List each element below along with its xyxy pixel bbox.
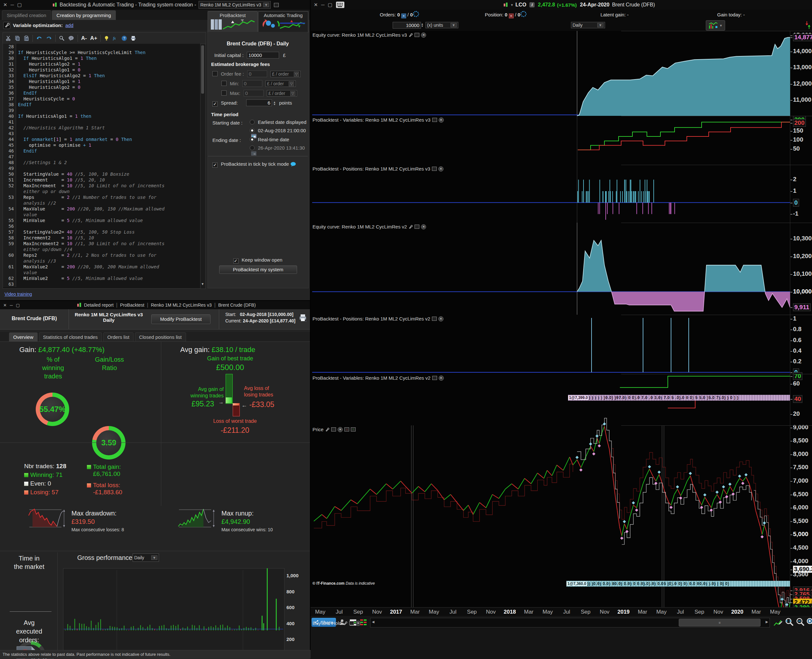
copy-icon[interactable] [14, 35, 20, 41]
panel-window-icon[interactable] [432, 167, 437, 171]
tab-closed-positions-list[interactable]: Closed positions list [135, 333, 186, 341]
panel-close-icon[interactable]: ✕ [438, 316, 443, 322]
tab-statistics-closed-trades[interactable]: Statistics of closed trades [39, 333, 102, 341]
spread-spinner[interactable]: ▲▼ [273, 101, 276, 106]
panel-close-icon[interactable]: ✕ [439, 117, 444, 123]
info-icon[interactable]: i [530, 2, 535, 7]
max-fee-unit-select[interactable]: £ / order▽ [267, 90, 297, 96]
zoom-in-icon[interactable] [806, 617, 812, 627]
close-position-icon[interactable]: ✕ [509, 14, 514, 18]
video-training-link[interactable]: Video training [5, 292, 32, 297]
symbol-dropdown-arrow[interactable]: ▼ [511, 3, 514, 7]
help-icon[interactable]: ? [121, 35, 127, 41]
zoom-reset-icon[interactable] [784, 617, 794, 627]
report-print-icon[interactable] [299, 314, 307, 322]
position-settings-icon[interactable] [520, 11, 527, 17]
editor-scrollbar[interactable]: ▼ [200, 44, 206, 289]
panel-window-icon[interactable] [415, 225, 419, 229]
units-spinner[interactable]: ▲▼ [421, 23, 424, 27]
horizontal-scrollbar[interactable]: ◄ ≡ ► [370, 618, 770, 627]
order-fee-input[interactable]: 0 [247, 71, 267, 77]
cut-icon[interactable] [5, 35, 11, 41]
tab-creation-by-programming[interactable]: Creation by programming [52, 10, 116, 20]
panel-divider[interactable] [621, 374, 812, 374]
earliest-date-radio[interactable] [250, 120, 255, 125]
lightbulb-icon[interactable] [104, 35, 109, 41]
end-date-radio[interactable] [250, 145, 255, 150]
tick-mode-checkbox[interactable]: ✓ [213, 162, 218, 168]
redo-icon[interactable] [46, 35, 52, 41]
scroll-right-arrow[interactable]: ► [765, 620, 769, 624]
modify-probacktest-button[interactable]: Modify ProBacktest [151, 314, 210, 324]
system-selector[interactable]: Renko 1M ML2 CycLimRes v3▼ [199, 1, 271, 9]
timeframe-select[interactable]: Daily▼ [571, 22, 605, 28]
panel-divider[interactable] [621, 165, 812, 165]
scroll-left-arrow[interactable]: ◄ [371, 620, 375, 624]
wrench-icon[interactable] [343, 621, 348, 626]
paste-icon[interactable] [24, 35, 29, 41]
realtime-date-radio[interactable] [250, 137, 255, 142]
time-axis[interactable]: MayJulSepNov2017MarMayJulSepNov2018MarMa… [311, 607, 812, 616]
print-icon[interactable] [130, 36, 136, 41]
wrench-icon[interactable] [408, 225, 413, 229]
min-fee-input[interactable]: 0 [242, 80, 262, 87]
min-fee-unit-select[interactable]: £ / order▽ [265, 80, 296, 87]
tab-overview[interactable]: Overview [9, 333, 38, 341]
sell-arrow-icon[interactable]: ↓ [344, 427, 349, 432]
min-fee-checkbox[interactable] [221, 81, 227, 86]
panel-window-icon[interactable] [432, 118, 437, 122]
keep-window-checkbox[interactable]: ✓ [233, 259, 238, 263]
panel-window-icon[interactable] [432, 376, 437, 380]
updown-arrows-icon[interactable] [806, 20, 811, 30]
panel-close-icon[interactable]: ✕ [337, 427, 343, 432]
speech-bubble-icon[interactable] [290, 162, 296, 167]
function-icon[interactable]: fx [112, 35, 118, 41]
detach-icon[interactable] [274, 3, 279, 7]
panel-close-icon[interactable]: ✕ [438, 166, 443, 172]
wrench-icon[interactable] [325, 427, 330, 432]
panel-close-icon[interactable]: ✕ [439, 375, 444, 381]
gross-performance-period-select[interactable]: Daily▼ [132, 553, 159, 562]
units-input[interactable]: 10000 [393, 22, 421, 28]
panel-window-icon[interactable] [349, 621, 354, 625]
order-fee-checkbox[interactable] [213, 71, 218, 76]
undo-icon[interactable] [36, 35, 43, 41]
spread-input[interactable]: 6 [246, 99, 272, 106]
comment-icon[interactable]: // [68, 35, 74, 41]
panel-divider[interactable] [621, 116, 812, 116]
keyboard-icon[interactable] [336, 2, 344, 8]
panel-divider[interactable] [621, 31, 812, 31]
scrollbar-thumb[interactable]: ≡ [679, 619, 760, 626]
cancel-orders-icon[interactable]: ✕ [401, 14, 406, 18]
chart-settings-icon[interactable] [773, 618, 782, 627]
font-larger-button[interactable]: A+ [90, 35, 97, 41]
panel-window-icon[interactable] [415, 33, 419, 37]
panel-close-icon[interactable]: ✕ [356, 621, 361, 626]
orders-settings-icon[interactable] [413, 11, 419, 17]
wrench-icon[interactable] [408, 33, 413, 37]
tab-simplified-creation[interactable]: Simplified creation [2, 10, 51, 20]
font-smaller-button[interactable]: A- [81, 35, 87, 41]
window-controls[interactable]: ✕ ─ ▢ [0, 2, 23, 8]
units-select[interactable]: (x) units▼ [426, 22, 458, 28]
zoom-out-icon[interactable] [795, 617, 805, 627]
panel-window-icon[interactable] [331, 427, 336, 432]
max-fee-input[interactable]: 0 [244, 90, 263, 96]
chart-type-button[interactable]: ▼ [706, 20, 725, 31]
report-window-controls[interactable]: ✕ ─ ▢ [0, 303, 21, 307]
scroll-down-arrow[interactable]: ▼ [200, 282, 205, 287]
tab-probacktest[interactable]: ProBacktest [208, 11, 258, 33]
initial-capital-input[interactable]: 10000 [247, 52, 279, 58]
buy-arrow-icon[interactable]: ↑ [351, 427, 356, 432]
search-icon[interactable] [59, 35, 65, 41]
start-date-radio[interactable] [250, 128, 255, 133]
spread-checkbox[interactable]: ✓ [213, 101, 218, 107]
tab-orders-list[interactable]: Orders list [103, 333, 134, 341]
chart-window-controls[interactable]: ✕ ─ ▢ [311, 2, 333, 8]
max-fee-checkbox[interactable] [221, 90, 227, 96]
panel-divider[interactable] [621, 315, 812, 315]
add-variable-link[interactable]: add [65, 22, 73, 28]
run-probacktest-button[interactable]: ProBacktest my system [219, 265, 297, 274]
order-fee-unit-select[interactable]: £ / order▽ [270, 71, 301, 77]
panel-close-icon[interactable]: ✕ [421, 224, 426, 229]
